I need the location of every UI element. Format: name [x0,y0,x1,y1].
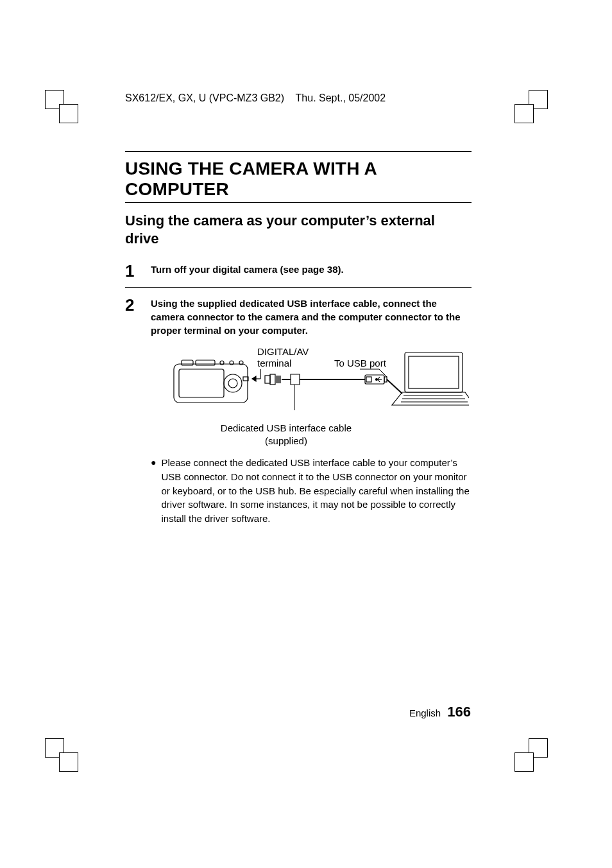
crop-mark-icon [509,90,548,128]
usb-plug-icon [365,375,387,384]
step-text: Turn off your digital camera (see page 3… [151,263,472,279]
footer-language: English [409,707,441,718]
divider [125,151,472,152]
crop-mark-icon [45,90,83,128]
step-item: 1 Turn off your digital camera (see page… [125,263,472,279]
plug-icon [265,374,280,385]
svg-rect-23 [366,377,371,382]
running-header: SX612/EX, GX, U (VPC-MZ3 GB2) Thu. Sept.… [125,92,386,104]
caption-line: Dedicated USB interface cable [221,422,352,433]
note-block: ● Please connect the dedicated USB inter… [151,456,472,526]
cable-icon [282,374,365,410]
content-area: USING THE CAMERA WITH A COMPUTER Using t… [125,151,472,526]
step-text: Using the supplied dedicated USB interfa… [151,297,472,337]
svg-line-36 [387,379,402,394]
svg-rect-4 [182,360,193,365]
connection-diagram: DIGITAL/AV terminal To USB port [148,346,472,417]
svg-rect-31 [405,352,463,392]
svg-point-3 [228,379,237,388]
svg-rect-28 [384,377,387,382]
page-number: 166 [447,704,471,720]
crop-mark-icon [509,733,548,772]
svg-marker-12 [252,376,256,381]
bullet-icon: ● [151,456,156,526]
svg-rect-32 [409,356,459,388]
manual-page: SX612/EX, GX, U (VPC-MZ3 GB2) Thu. Sept.… [0,0,612,868]
page-title: USING THE CAMERA WITH A COMPUTER [125,159,472,203]
doc-date: Thu. Sept., 05/2002 [296,92,386,103]
step-number: 1 [125,263,139,279]
doc-id: SX612/EX, GX, U (VPC-MZ3 GB2) [125,92,284,103]
svg-rect-0 [174,364,248,403]
svg-rect-13 [265,376,270,383]
svg-rect-14 [270,374,275,385]
terminal-label: terminal [257,358,291,369]
laptop-icon [387,352,469,405]
diagram-svg: DIGITAL/AV terminal To USB port [148,346,469,417]
steps-list: 1 Turn off your digital camera (see page… [125,263,472,526]
svg-point-2 [224,374,242,392]
divider [125,287,472,288]
page-footer: English 166 [409,704,471,720]
leader-line [360,369,387,377]
leader-line [252,369,260,381]
terminal-label: DIGITAL/AV [257,346,309,357]
caption-line: (supplied) [265,435,307,446]
usb-port-label: To USB port [334,358,387,369]
svg-line-30 [379,369,387,377]
crop-mark-icon [45,733,83,772]
figure-caption: Dedicated USB interface cable (supplied) [148,422,424,447]
step-number: 2 [125,297,139,337]
section-heading: Using the camera as your computer’s exte… [125,212,472,247]
svg-rect-5 [196,360,215,365]
camera-icon [174,360,248,403]
svg-rect-1 [179,369,224,397]
note-text: Please connect the dedicated USB interfa… [161,456,472,526]
step-item: 2 Using the supplied dedicated USB inter… [125,297,472,337]
